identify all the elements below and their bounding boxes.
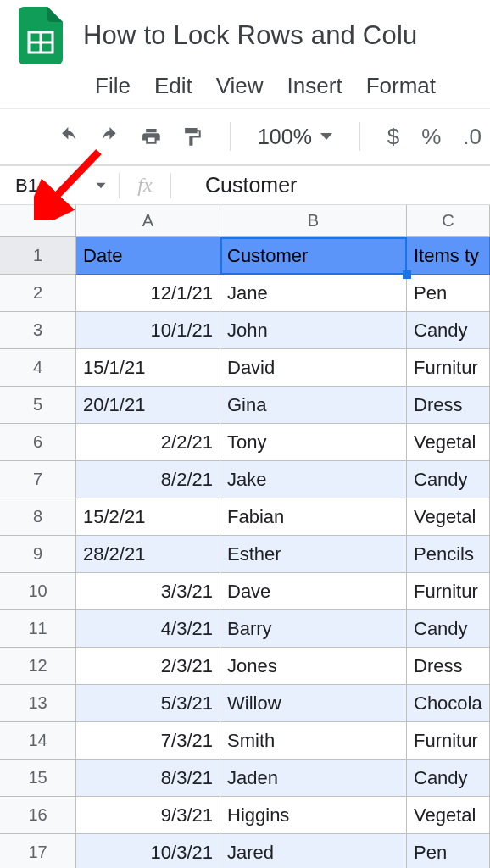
cell[interactable]: 10/1/21 bbox=[76, 312, 220, 349]
row-header[interactable]: 12 bbox=[0, 648, 76, 685]
paint-format-icon[interactable] bbox=[181, 123, 203, 150]
format-percent-button[interactable]: % bbox=[421, 124, 441, 150]
cell[interactable]: 8/3/21 bbox=[76, 760, 220, 797]
zoom-value: 100% bbox=[258, 125, 312, 149]
row-header[interactable]: 15 bbox=[0, 760, 76, 797]
cell[interactable]: 15/1/21 bbox=[76, 349, 220, 387]
formula-bar-row: B1 fx Customer bbox=[0, 166, 490, 205]
cell[interactable]: 8/2/21 bbox=[76, 461, 220, 498]
zoom-selector[interactable]: 100% bbox=[258, 125, 332, 149]
table-row: 169/3/21HigginsVegetal bbox=[0, 797, 490, 834]
cell[interactable]: Vegetal bbox=[407, 797, 490, 834]
cell[interactable]: 28/2/21 bbox=[76, 536, 220, 573]
cell[interactable]: Dress bbox=[407, 648, 490, 685]
redo-icon[interactable] bbox=[99, 123, 120, 150]
cell[interactable]: 2/3/21 bbox=[76, 648, 220, 685]
cell[interactable]: Furnitur bbox=[407, 349, 490, 387]
menu-edit[interactable]: Edit bbox=[154, 73, 192, 99]
cell[interactable]: Pen bbox=[407, 834, 490, 868]
table-row: 147/3/21SmithFurnitur bbox=[0, 722, 490, 760]
cell[interactable]: Jake bbox=[220, 461, 407, 498]
table-row: 815/2/21FabianVegetal bbox=[0, 498, 490, 536]
row-header[interactable]: 14 bbox=[0, 722, 76, 760]
cell[interactable]: 10/3/21 bbox=[76, 834, 220, 868]
cell[interactable]: 3/3/21 bbox=[76, 573, 220, 610]
cell[interactable]: David bbox=[220, 349, 407, 387]
cell[interactable]: Gina bbox=[220, 387, 407, 424]
menu-insert[interactable]: Insert bbox=[287, 73, 342, 99]
row-header[interactable]: 5 bbox=[0, 387, 76, 424]
formula-bar[interactable]: Customer bbox=[171, 173, 297, 198]
cell[interactable]: 15/2/21 bbox=[76, 498, 220, 536]
menu-format[interactable]: Format bbox=[366, 73, 436, 99]
cell[interactable]: Furnitur bbox=[407, 722, 490, 760]
row-header[interactable]: 6 bbox=[0, 424, 76, 461]
cell[interactable]: 2/2/21 bbox=[76, 424, 220, 461]
format-decimal-button[interactable]: .0 bbox=[463, 124, 482, 150]
cell[interactable]: Vegetal bbox=[407, 498, 490, 536]
undo-icon[interactable] bbox=[58, 123, 79, 150]
spreadsheet-grid[interactable]: A B C 1DateCustomerItems ty212/1/21JaneP… bbox=[0, 205, 490, 868]
cell[interactable]: Candy bbox=[407, 461, 490, 498]
table-row: 1710/3/21JaredPen bbox=[0, 834, 490, 868]
cell[interactable]: Jaden bbox=[220, 760, 407, 797]
column-header-A[interactable]: A bbox=[76, 205, 220, 237]
menu-view[interactable]: View bbox=[216, 73, 264, 99]
row-header[interactable]: 4 bbox=[0, 349, 76, 387]
row-header[interactable]: 11 bbox=[0, 610, 76, 648]
row-header[interactable]: 7 bbox=[0, 461, 76, 498]
cell[interactable]: 9/3/21 bbox=[76, 797, 220, 834]
row-header[interactable]: 10 bbox=[0, 573, 76, 610]
row-header[interactable]: 2 bbox=[0, 275, 76, 312]
cell[interactable]: Pencils bbox=[407, 536, 490, 573]
row-header[interactable]: 16 bbox=[0, 797, 76, 834]
row-header[interactable]: 13 bbox=[0, 685, 76, 722]
cell[interactable]: Furnitur bbox=[407, 573, 490, 610]
cell[interactable]: 20/1/21 bbox=[76, 387, 220, 424]
cell[interactable]: Fabian bbox=[220, 498, 407, 536]
table-row: 520/1/21GinaDress bbox=[0, 387, 490, 424]
select-all-corner[interactable] bbox=[0, 205, 76, 237]
cell[interactable]: Chocola bbox=[407, 685, 490, 722]
cell[interactable]: Candy bbox=[407, 760, 490, 797]
cell[interactable]: Higgins bbox=[220, 797, 407, 834]
cell[interactable]: Candy bbox=[407, 610, 490, 648]
column-header-B[interactable]: B bbox=[220, 205, 407, 237]
cell[interactable]: Items ty bbox=[407, 237, 490, 275]
document-title[interactable]: How to Lock Rows and Colu bbox=[83, 20, 417, 51]
column-header-C[interactable]: C bbox=[407, 205, 490, 237]
cell[interactable]: Jane bbox=[220, 275, 407, 312]
cell[interactable]: 5/3/21 bbox=[76, 685, 220, 722]
cell[interactable]: Jones bbox=[220, 648, 407, 685]
table-row: 158/3/21JadenCandy bbox=[0, 760, 490, 797]
cell[interactable]: John bbox=[220, 312, 407, 349]
row-header[interactable]: 3 bbox=[0, 312, 76, 349]
cell[interactable]: Jared bbox=[220, 834, 407, 868]
cell[interactable]: Pen bbox=[407, 275, 490, 312]
row-header[interactable]: 17 bbox=[0, 834, 76, 868]
row-header[interactable]: 9 bbox=[0, 536, 76, 573]
cell[interactable]: Dave bbox=[220, 573, 407, 610]
format-currency-button[interactable]: $ bbox=[387, 124, 399, 150]
table-row: 122/3/21JonesDress bbox=[0, 648, 490, 685]
row-header[interactable]: 1 bbox=[0, 237, 76, 275]
cell[interactable]: Vegetal bbox=[407, 424, 490, 461]
name-box[interactable]: B1 bbox=[0, 175, 119, 197]
cell[interactable]: Candy bbox=[407, 312, 490, 349]
cell[interactable]: Date bbox=[76, 237, 220, 275]
cell[interactable]: Barry bbox=[220, 610, 407, 648]
cell[interactable]: 7/3/21 bbox=[76, 722, 220, 760]
menu-file[interactable]: File bbox=[95, 73, 131, 99]
cell[interactable]: Willow bbox=[220, 685, 407, 722]
table-row: 310/1/21JohnCandy bbox=[0, 312, 490, 349]
cell[interactable]: Smith bbox=[220, 722, 407, 760]
cell[interactable]: Dress bbox=[407, 387, 490, 424]
row-header[interactable]: 8 bbox=[0, 498, 76, 536]
chevron-down-icon bbox=[320, 133, 332, 140]
cell[interactable]: Customer bbox=[220, 237, 407, 275]
cell[interactable]: 4/3/21 bbox=[76, 610, 220, 648]
print-icon[interactable] bbox=[141, 123, 162, 150]
cell[interactable]: Tony bbox=[220, 424, 407, 461]
cell[interactable]: Esther bbox=[220, 536, 407, 573]
cell[interactable]: 12/1/21 bbox=[76, 275, 220, 312]
